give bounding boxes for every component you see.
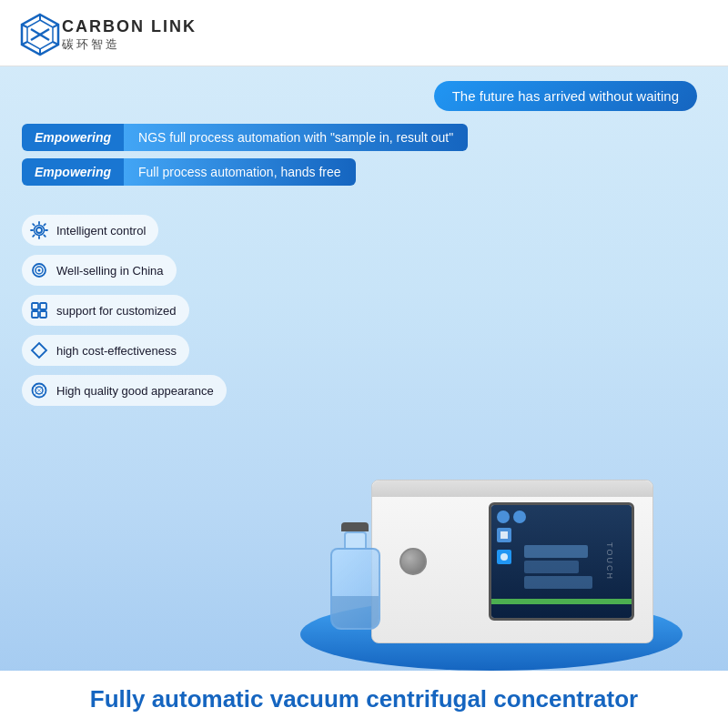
features-list: Intelligent control Well-selling in Chin… — [22, 206, 277, 671]
feature-item-3: support for customized — [22, 295, 189, 326]
svg-rect-18 — [40, 311, 46, 318]
svg-rect-22 — [500, 531, 508, 539]
feature-text-4: high cost-effectiveness — [56, 344, 177, 358]
machine-screen: TOUCH — [489, 502, 634, 621]
screen-touch-label: TOUCH — [605, 542, 614, 581]
svg-point-23 — [500, 553, 508, 561]
feature-item-2: Well-selling in China — [22, 255, 177, 286]
logo-english: CARBON LINK — [62, 17, 197, 36]
gear-icon — [29, 220, 49, 240]
empowering-text-1: NGS full process automation with "sample… — [124, 124, 468, 151]
svg-rect-15 — [32, 303, 38, 309]
feature-item-1: Intelligent control — [22, 215, 158, 246]
machine-box: TOUCH — [371, 480, 653, 643]
empowering-label-2: Empowering — [22, 158, 124, 186]
bottom-title: Fully automatic vacuum centrifugal conce… — [0, 671, 728, 728]
screen-green-bar — [491, 599, 632, 604]
flask-body — [330, 548, 380, 630]
screen-left-icons — [497, 528, 511, 564]
svg-point-14 — [38, 269, 41, 272]
logo-chinese: 碳环智造 — [62, 36, 197, 53]
device-machine: TOUCH — [330, 480, 653, 643]
screen-inner: TOUCH — [491, 505, 632, 618]
flask-liquid — [332, 596, 379, 628]
screen-left-icon-2 — [497, 550, 511, 564]
feature-text-1: Intelligent control — [56, 224, 146, 238]
logo-text-container: CARBON LINK 碳环智造 — [62, 17, 197, 53]
grid-icon — [29, 300, 49, 320]
screen-header — [497, 511, 626, 523]
flask-cap — [341, 522, 369, 531]
screen-menu-item-1 — [524, 545, 588, 558]
empowering-row-2: Empowering Full process automation, hand… — [22, 158, 706, 186]
screen-icon-2 — [513, 511, 526, 523]
header: CARBON LINK 碳环智造 — [0, 0, 728, 66]
feature-item-5: High quality good appearance — [22, 375, 227, 406]
award-icon — [29, 260, 49, 280]
flask-neck — [344, 531, 367, 548]
empowering-text-2: Full process automation, hands free — [124, 158, 356, 186]
main-content: The future has arrived without waiting E… — [0, 66, 728, 671]
screen-icon-1 — [497, 511, 510, 523]
screen-left-icon-1 — [497, 528, 511, 542]
device-area: TOUCH — [277, 206, 706, 671]
empowering-label-1: Empowering — [22, 124, 124, 151]
svg-rect-17 — [32, 311, 38, 318]
feature-text-5: High quality good appearance — [56, 384, 214, 398]
middle-section: Intelligent control Well-selling in Chin… — [22, 206, 706, 671]
empowering-row-1: Empowering NGS full process automation w… — [22, 124, 706, 151]
svg-rect-16 — [40, 303, 46, 309]
feature-text-3: support for customized — [56, 304, 177, 318]
bottom-title-text: Fully automatic vacuum centrifugal conce… — [22, 685, 706, 713]
screen-menu-item-3 — [524, 576, 592, 589]
future-banner: The future has arrived without waiting — [434, 81, 697, 111]
svg-marker-19 — [32, 343, 46, 358]
page-wrapper: CARBON LINK 碳环智造 The future has arrived … — [0, 0, 728, 728]
svg-point-10 — [36, 228, 42, 233]
feature-text-2: Well-selling in China — [56, 264, 164, 278]
screen-menu-item-2 — [524, 561, 579, 573]
machine-knob — [399, 548, 427, 575]
diamond-icon — [29, 340, 49, 360]
flask-container — [330, 522, 380, 630]
logo-icon — [18, 13, 62, 56]
quality-icon — [29, 380, 49, 400]
feature-item-4: high cost-effectiveness — [22, 335, 189, 366]
machine-top-strip — [372, 480, 652, 497]
